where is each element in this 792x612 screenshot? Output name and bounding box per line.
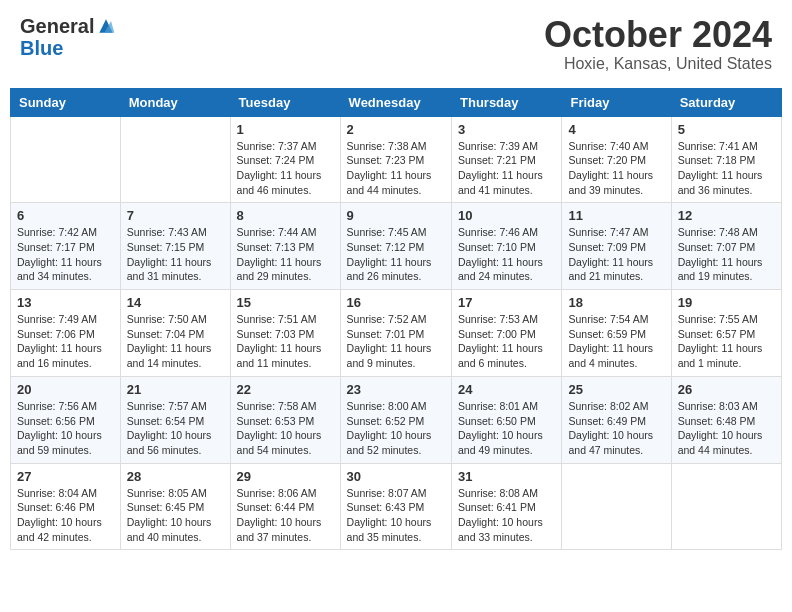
day-info: Sunrise: 7:40 AM Sunset: 7:20 PM Dayligh… [568,139,664,198]
day-info: Sunrise: 7:50 AM Sunset: 7:04 PM Dayligh… [127,312,224,371]
header-friday: Friday [562,88,671,116]
calendar-cell: 31Sunrise: 8:08 AM Sunset: 6:41 PM Dayli… [452,463,562,550]
calendar-cell: 5Sunrise: 7:41 AM Sunset: 7:18 PM Daylig… [671,116,781,203]
day-number: 20 [17,382,114,397]
day-info: Sunrise: 7:48 AM Sunset: 7:07 PM Dayligh… [678,225,775,284]
calendar-week-row: 6Sunrise: 7:42 AM Sunset: 7:17 PM Daylig… [11,203,782,290]
day-number: 19 [678,295,775,310]
day-info: Sunrise: 8:03 AM Sunset: 6:48 PM Dayligh… [678,399,775,458]
calendar-cell: 25Sunrise: 8:02 AM Sunset: 6:49 PM Dayli… [562,376,671,463]
day-info: Sunrise: 7:37 AM Sunset: 7:24 PM Dayligh… [237,139,334,198]
calendar-cell: 4Sunrise: 7:40 AM Sunset: 7:20 PM Daylig… [562,116,671,203]
day-number: 23 [347,382,445,397]
day-info: Sunrise: 7:39 AM Sunset: 7:21 PM Dayligh… [458,139,555,198]
day-number: 5 [678,122,775,137]
calendar-cell: 8Sunrise: 7:44 AM Sunset: 7:13 PM Daylig… [230,203,340,290]
calendar-cell: 21Sunrise: 7:57 AM Sunset: 6:54 PM Dayli… [120,376,230,463]
day-number: 24 [458,382,555,397]
logo-general: General [20,15,94,37]
day-number: 26 [678,382,775,397]
day-number: 30 [347,469,445,484]
day-info: Sunrise: 8:04 AM Sunset: 6:46 PM Dayligh… [17,486,114,545]
calendar-cell: 1Sunrise: 7:37 AM Sunset: 7:24 PM Daylig… [230,116,340,203]
day-info: Sunrise: 8:08 AM Sunset: 6:41 PM Dayligh… [458,486,555,545]
day-info: Sunrise: 7:47 AM Sunset: 7:09 PM Dayligh… [568,225,664,284]
day-number: 18 [568,295,664,310]
day-info: Sunrise: 7:55 AM Sunset: 6:57 PM Dayligh… [678,312,775,371]
day-number: 10 [458,208,555,223]
calendar-header-row: SundayMondayTuesdayWednesdayThursdayFrid… [11,88,782,116]
calendar-cell [562,463,671,550]
logo: General Blue [20,15,116,59]
calendar-cell: 23Sunrise: 8:00 AM Sunset: 6:52 PM Dayli… [340,376,451,463]
calendar-cell: 13Sunrise: 7:49 AM Sunset: 7:06 PM Dayli… [11,290,121,377]
header-monday: Monday [120,88,230,116]
day-number: 2 [347,122,445,137]
header-saturday: Saturday [671,88,781,116]
day-number: 3 [458,122,555,137]
calendar-cell: 19Sunrise: 7:55 AM Sunset: 6:57 PM Dayli… [671,290,781,377]
calendar-cell: 6Sunrise: 7:42 AM Sunset: 7:17 PM Daylig… [11,203,121,290]
calendar-cell: 2Sunrise: 7:38 AM Sunset: 7:23 PM Daylig… [340,116,451,203]
calendar-cell: 28Sunrise: 8:05 AM Sunset: 6:45 PM Dayli… [120,463,230,550]
day-info: Sunrise: 7:49 AM Sunset: 7:06 PM Dayligh… [17,312,114,371]
day-info: Sunrise: 8:05 AM Sunset: 6:45 PM Dayligh… [127,486,224,545]
day-number: 1 [237,122,334,137]
day-info: Sunrise: 8:07 AM Sunset: 6:43 PM Dayligh… [347,486,445,545]
day-number: 16 [347,295,445,310]
location: Hoxie, Kansas, United States [544,55,772,73]
day-number: 4 [568,122,664,137]
calendar-cell [120,116,230,203]
month-title: October 2024 [544,15,772,55]
day-info: Sunrise: 7:41 AM Sunset: 7:18 PM Dayligh… [678,139,775,198]
day-info: Sunrise: 7:42 AM Sunset: 7:17 PM Dayligh… [17,225,114,284]
logo-blue: Blue [20,37,63,59]
day-number: 6 [17,208,114,223]
calendar-cell: 3Sunrise: 7:39 AM Sunset: 7:21 PM Daylig… [452,116,562,203]
day-info: Sunrise: 8:02 AM Sunset: 6:49 PM Dayligh… [568,399,664,458]
day-number: 31 [458,469,555,484]
day-info: Sunrise: 7:44 AM Sunset: 7:13 PM Dayligh… [237,225,334,284]
day-number: 22 [237,382,334,397]
calendar-cell: 26Sunrise: 8:03 AM Sunset: 6:48 PM Dayli… [671,376,781,463]
calendar-cell: 16Sunrise: 7:52 AM Sunset: 7:01 PM Dayli… [340,290,451,377]
calendar-cell: 12Sunrise: 7:48 AM Sunset: 7:07 PM Dayli… [671,203,781,290]
calendar-cell [11,116,121,203]
day-number: 13 [17,295,114,310]
day-info: Sunrise: 7:52 AM Sunset: 7:01 PM Dayligh… [347,312,445,371]
calendar-cell: 27Sunrise: 8:04 AM Sunset: 6:46 PM Dayli… [11,463,121,550]
day-number: 7 [127,208,224,223]
calendar-cell: 9Sunrise: 7:45 AM Sunset: 7:12 PM Daylig… [340,203,451,290]
day-info: Sunrise: 7:57 AM Sunset: 6:54 PM Dayligh… [127,399,224,458]
header-thursday: Thursday [452,88,562,116]
page-header: General Blue October 2024 Hoxie, Kansas,… [10,10,782,78]
calendar-cell: 20Sunrise: 7:56 AM Sunset: 6:56 PM Dayli… [11,376,121,463]
calendar-cell: 14Sunrise: 7:50 AM Sunset: 7:04 PM Dayli… [120,290,230,377]
day-number: 15 [237,295,334,310]
calendar-cell: 22Sunrise: 7:58 AM Sunset: 6:53 PM Dayli… [230,376,340,463]
day-info: Sunrise: 7:38 AM Sunset: 7:23 PM Dayligh… [347,139,445,198]
logo-icon [96,16,116,36]
day-info: Sunrise: 8:00 AM Sunset: 6:52 PM Dayligh… [347,399,445,458]
day-info: Sunrise: 7:45 AM Sunset: 7:12 PM Dayligh… [347,225,445,284]
day-number: 9 [347,208,445,223]
day-info: Sunrise: 8:01 AM Sunset: 6:50 PM Dayligh… [458,399,555,458]
day-number: 14 [127,295,224,310]
title-area: October 2024 Hoxie, Kansas, United State… [544,15,772,73]
calendar-cell: 17Sunrise: 7:53 AM Sunset: 7:00 PM Dayli… [452,290,562,377]
header-tuesday: Tuesday [230,88,340,116]
calendar-week-row: 1Sunrise: 7:37 AM Sunset: 7:24 PM Daylig… [11,116,782,203]
day-number: 8 [237,208,334,223]
day-info: Sunrise: 7:43 AM Sunset: 7:15 PM Dayligh… [127,225,224,284]
day-number: 21 [127,382,224,397]
day-info: Sunrise: 7:56 AM Sunset: 6:56 PM Dayligh… [17,399,114,458]
calendar-cell: 15Sunrise: 7:51 AM Sunset: 7:03 PM Dayli… [230,290,340,377]
day-info: Sunrise: 7:46 AM Sunset: 7:10 PM Dayligh… [458,225,555,284]
day-number: 25 [568,382,664,397]
day-number: 17 [458,295,555,310]
calendar-cell: 24Sunrise: 8:01 AM Sunset: 6:50 PM Dayli… [452,376,562,463]
header-wednesday: Wednesday [340,88,451,116]
calendar-cell: 10Sunrise: 7:46 AM Sunset: 7:10 PM Dayli… [452,203,562,290]
day-info: Sunrise: 7:54 AM Sunset: 6:59 PM Dayligh… [568,312,664,371]
calendar-cell: 7Sunrise: 7:43 AM Sunset: 7:15 PM Daylig… [120,203,230,290]
